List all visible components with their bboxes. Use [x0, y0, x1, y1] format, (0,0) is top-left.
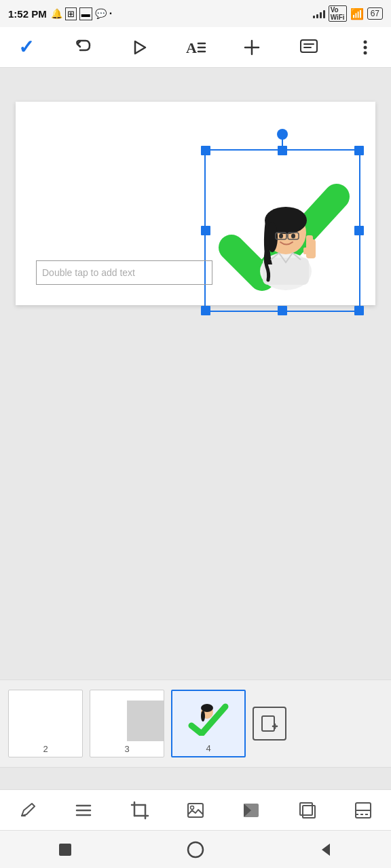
add-icon — [242, 38, 261, 57]
adjust-icon — [242, 801, 261, 820]
slide-canvas[interactable]: Double tap to add text — [16, 102, 375, 305]
svg-rect-49 — [59, 844, 71, 856]
menu-icon: ▬ — [79, 7, 92, 20]
svg-point-22 — [291, 234, 295, 239]
canvas-area: Double tap to add text — [0, 68, 391, 475]
svg-point-10 — [363, 40, 367, 43]
svg-point-50 — [188, 842, 203, 857]
more-button[interactable] — [350, 33, 380, 62]
svg-marker-51 — [322, 844, 330, 856]
add-slide-button[interactable] — [253, 707, 286, 741]
comment-icon — [299, 38, 319, 57]
comment-button[interactable] — [294, 33, 324, 62]
slide-number-2: 2 — [43, 744, 48, 754]
svg-text:A: A — [186, 39, 197, 56]
status-right-icons: VoWiFi 📶 67 — [313, 5, 383, 22]
more-icon — [362, 38, 368, 57]
image-icon — [186, 801, 205, 820]
svg-point-12 — [363, 51, 367, 54]
slide-thumb-4[interactable]: 4 — [171, 690, 246, 757]
add-button[interactable] — [237, 33, 267, 62]
add-slide-icon — [260, 714, 279, 733]
svg-rect-7 — [301, 40, 317, 52]
crop-button[interactable] — [125, 795, 155, 825]
slide-number-4: 4 — [206, 743, 210, 753]
pencil-icon — [18, 801, 37, 820]
layers-icon — [298, 801, 317, 820]
bottom-toolbar — [0, 789, 391, 830]
text-format-button[interactable]: A — [181, 33, 210, 62]
nav-square-icon — [57, 842, 73, 858]
battery-indicator: 67 — [367, 7, 383, 20]
image-button[interactable] — [181, 795, 210, 825]
nav-square-button[interactable] — [50, 835, 80, 865]
text-input-field[interactable]: Double tap to add text — [36, 260, 212, 285]
signal-icon — [313, 9, 325, 18]
nav-back-button[interactable] — [311, 835, 341, 865]
main-toolbar: ✓ A — [0, 27, 391, 68]
selection-container[interactable] — [204, 149, 360, 312]
sticker-svg — [211, 159, 354, 302]
dot-icon: · — [109, 7, 112, 20]
check-button[interactable]: ✓ — [11, 33, 41, 62]
svg-rect-29 — [262, 716, 274, 731]
wifi-icon: 📶 — [350, 7, 364, 20]
slide-thumb-2[interactable]: 2 — [8, 690, 83, 757]
svg-rect-24 — [303, 248, 309, 254]
slide-number-3: 3 — [124, 744, 129, 754]
svg-marker-0 — [135, 41, 145, 54]
check-icon: ✓ — [18, 36, 34, 58]
undo-button[interactable] — [67, 33, 97, 62]
play-button[interactable] — [124, 33, 154, 62]
svg-rect-45 — [303, 806, 315, 818]
adjust-button[interactable] — [236, 795, 266, 825]
nav-back-icon — [318, 842, 334, 858]
slide-thumb-3[interactable]: 3 — [90, 690, 164, 757]
layers-button[interactable] — [293, 795, 322, 825]
sticker-image — [206, 151, 359, 311]
pencil-button[interactable] — [13, 795, 43, 825]
svg-rect-40 — [188, 804, 203, 817]
grid-icon: ⊞ — [65, 7, 77, 20]
whatsapp-icon: 💬 — [95, 8, 107, 19]
grid-layout-button[interactable] — [348, 795, 378, 825]
crop-icon — [130, 801, 149, 820]
lines-icon — [74, 802, 93, 819]
vo-wifi-label: VoWiFi — [329, 5, 347, 22]
svg-point-21 — [279, 234, 283, 239]
svg-point-28 — [201, 711, 205, 722]
nav-bar — [0, 830, 391, 868]
status-bar: 1:52 PM 🔔 ⊞ ▬ 💬 · VoWiFi 📶 67 — [0, 0, 391, 27]
svg-point-11 — [363, 45, 367, 49]
slides-strip: 2 3 4 — [0, 679, 391, 768]
undo-icon — [72, 37, 92, 58]
svg-rect-44 — [300, 803, 312, 815]
lines-button[interactable] — [69, 795, 98, 825]
slide4-thumbnail — [188, 698, 229, 736]
grid-layout-icon — [354, 801, 373, 820]
svg-rect-25 — [306, 235, 313, 242]
nav-home-button[interactable] — [181, 835, 210, 865]
play-icon — [130, 38, 149, 57]
selection-box — [204, 149, 360, 312]
text-format-icon: A — [185, 38, 206, 57]
nav-home-icon — [187, 841, 204, 859]
text-placeholder: Double tap to add text — [42, 267, 135, 278]
alarm-icon: 🔔 — [51, 8, 62, 19]
status-time: 1:52 PM — [8, 8, 47, 20]
status-icons: 🔔 ⊞ ▬ 💬 · — [51, 7, 112, 20]
svg-point-41 — [190, 806, 193, 809]
slide3-content — [90, 701, 164, 741]
